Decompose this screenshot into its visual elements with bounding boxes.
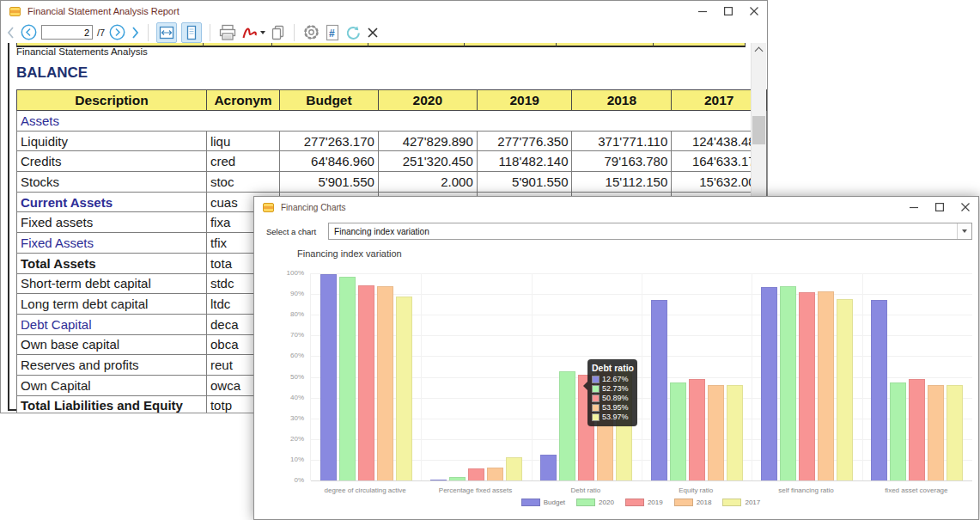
bar-budget-percentage-fixed-assets[interactable] [430,480,447,480]
legend-item-2019[interactable]: 2019 [625,499,663,506]
cell-acronym: liqu [206,131,279,151]
export-pdf-button[interactable] [241,22,265,43]
page-break-cell [557,43,654,47]
document-subtitle: Financial Statements Analysis [16,46,148,57]
bar-2020-degree-of-circulating-active[interactable] [339,277,356,480]
cell-value: 371'771.110 [572,131,672,151]
legend-item-2018[interactable]: 2018 [674,499,712,506]
prev-page-button[interactable] [21,22,37,43]
x-axis-label: degree of circulating active [310,486,420,494]
bar-2019-degree-of-circulating-active[interactable] [358,285,374,480]
toolbar-separator [294,24,295,41]
cell-description: Current Assets [17,192,207,212]
bar-2017-self-financing-ratio[interactable] [837,299,853,480]
tooltip-arrow [583,382,587,390]
legend-label: Budget [544,499,565,506]
formula-doc-button[interactable]: # [325,22,340,43]
cell-description: Fixed assets [17,212,207,233]
chart-select-dropdown[interactable] [957,223,971,239]
tooltip-entry: 53.97% [592,413,633,422]
tooltip-swatch [592,413,600,421]
report-window-controls [690,1,767,21]
y-axis-tick: 60% [254,352,304,359]
back-chevron-button[interactable] [6,22,16,43]
scrollbar-thumb[interactable] [752,116,765,144]
settings-button[interactable] [302,22,320,43]
fit-width-button[interactable] [156,22,177,43]
bar-2020-equity-ratio[interactable] [670,382,686,480]
chart-select[interactable]: Financing index variation [328,223,972,240]
bar-2020-debt-ratio[interactable] [559,371,575,480]
close-icon[interactable] [741,1,767,21]
legend-swatch [722,499,741,506]
x-axis-label: Debt ratio [531,486,641,494]
bar-2018-self-financing-ratio[interactable] [818,291,834,480]
print-button[interactable] [218,22,237,43]
cell-description: Credits [17,151,207,172]
cell-value: 118'482.140 [477,151,572,172]
bar-2020-fixed-asset-coverage[interactable] [890,382,906,480]
app-icon [263,203,274,212]
charts-window-title: Financing Charts [281,203,346,212]
tooltip-entry: 53.95% [592,403,633,413]
bar-budget-degree-of-circulating-active[interactable] [320,274,337,480]
chart-tooltip: Debt ratio 12.67%52.73%50.89%53.95%53.97… [587,359,637,426]
bar-2019-fixed-asset-coverage[interactable] [909,379,925,480]
bar-budget-fixed-asset-coverage[interactable] [871,300,887,480]
bar-2018-percentage-fixed-assets[interactable] [487,468,503,480]
app-icon [9,7,21,16]
legend-item-2020[interactable]: 2020 [576,499,614,506]
bar-2018-degree-of-circulating-active[interactable] [377,286,393,480]
bar-2018-equity-ratio[interactable] [708,385,724,480]
minimize-icon[interactable] [901,197,927,217]
legend-swatch [674,499,693,506]
gridline [642,273,642,480]
cell-value: 277'263.170 [280,131,379,151]
cell-description: Liquidity [17,131,207,151]
gridline [311,480,972,481]
chevron-down-icon [962,229,967,233]
minimize-icon[interactable] [690,1,715,21]
forward-chevron-button[interactable] [130,22,140,43]
chart-select-value: Financing index variation [329,227,957,236]
toolbar-separator [148,24,149,41]
bar-2019-percentage-fixed-assets[interactable] [468,468,484,480]
bar-budget-debt-ratio[interactable] [540,455,557,481]
maximize-icon[interactable] [927,197,953,217]
next-page-button[interactable] [109,22,125,43]
bar-2020-self-financing-ratio[interactable] [780,286,796,480]
close-report-button[interactable] [366,22,380,43]
bar-2018-fixed-asset-coverage[interactable] [928,385,944,480]
refresh-button[interactable] [344,22,362,43]
table-row-assets: Assets [17,111,767,132]
cell-value: 427'829.890 [378,131,477,151]
copy-button[interactable] [270,22,286,43]
bar-2017-degree-of-circulating-active[interactable] [396,297,412,480]
cell-description: Own base capital [17,334,207,355]
page-view-button[interactable] [181,22,202,43]
close-icon[interactable] [953,197,978,217]
bar-2017-percentage-fixed-assets[interactable] [506,457,522,480]
maximize-icon[interactable] [715,1,741,21]
scroll-up-button[interactable] [752,43,766,57]
bar-2019-self-financing-ratio[interactable] [799,292,815,480]
y-axis-tick: 20% [254,435,304,443]
y-axis-tick: 0% [254,476,304,484]
page-left-edge [8,43,9,410]
bar-budget-equity-ratio[interactable] [651,300,667,481]
bar-2017-equity-ratio[interactable] [727,385,743,480]
y-axis-tick: 90% [254,290,304,297]
legend-item-2017[interactable]: 2017 [722,499,760,506]
bar-budget-self-financing-ratio[interactable] [761,287,777,480]
y-axis-tick: 30% [254,414,304,422]
y-axis-tick: 70% [254,331,304,339]
legend-swatch [576,499,595,506]
legend-item-budget[interactable]: Budget [521,499,565,506]
page-number-input[interactable] [41,25,93,40]
legend-label: 2017 [745,499,760,506]
bar-2019-equity-ratio[interactable] [689,379,705,480]
table-header-2018: 2018 [572,90,672,111]
bar-2017-fixed-asset-coverage[interactable] [947,385,963,480]
cell-description: Own Capital [17,375,207,395]
bar-2020-percentage-fixed-assets[interactable] [449,477,466,480]
